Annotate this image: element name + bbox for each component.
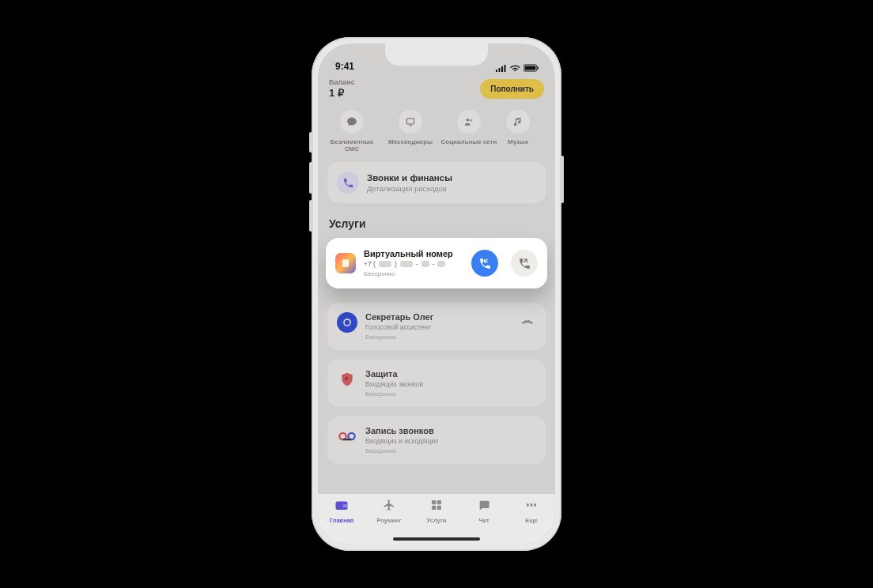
quick-categories: Безлимитные СМС Мессенджеры Социальные с… bbox=[318, 104, 555, 157]
tab-services[interactable]: Услуги bbox=[413, 499, 460, 524]
quick-item-music[interactable]: Музык bbox=[498, 110, 538, 153]
svg-point-11 bbox=[344, 319, 350, 326]
status-time: 9:41 bbox=[335, 61, 354, 72]
balance-header: Баланс 1 ₽ Пополнить bbox=[318, 72, 555, 104]
social-icon bbox=[457, 110, 481, 134]
service-note: Бессрочно bbox=[365, 447, 536, 454]
svg-rect-5 bbox=[525, 66, 536, 70]
svg-point-12 bbox=[339, 433, 346, 439]
service-subtitle: Голосовой ассистент bbox=[365, 323, 536, 331]
svg-rect-20 bbox=[437, 506, 441, 510]
virtual-number-note: Бессрочно bbox=[364, 270, 463, 277]
tab-label: Услуги bbox=[427, 517, 447, 524]
svg-point-13 bbox=[348, 433, 354, 439]
missed-call-icon bbox=[519, 316, 536, 337]
svg-rect-18 bbox=[437, 500, 441, 504]
svg-rect-22 bbox=[531, 503, 533, 507]
letter-o-icon bbox=[337, 312, 357, 333]
svg-rect-2 bbox=[501, 66, 503, 72]
messenger-icon bbox=[399, 110, 422, 134]
phone-frame: 9:41 bbox=[312, 37, 561, 551]
svg-rect-23 bbox=[534, 503, 536, 507]
tab-chat[interactable]: Чат bbox=[460, 499, 508, 524]
shield-icon bbox=[337, 369, 357, 390]
calls-finance-card[interactable]: Звонки и финансы Детализация расходов bbox=[327, 162, 546, 203]
service-title: Защита bbox=[365, 369, 536, 379]
music-icon bbox=[506, 110, 530, 134]
tab-roaming[interactable]: Роуминг bbox=[365, 499, 413, 524]
svg-rect-7 bbox=[406, 119, 414, 124]
services-section-title: Услуги bbox=[329, 217, 544, 230]
plane-icon bbox=[382, 499, 396, 514]
service-subtitle: Входящих и исходящих bbox=[365, 437, 536, 445]
more-icon bbox=[524, 499, 539, 514]
voicemail-icon bbox=[337, 426, 357, 447]
balance-value: 1 ₽ bbox=[329, 87, 355, 99]
service-card-secretary[interactable]: Секретарь Олег Голосовой ассистент Бесср… bbox=[327, 303, 546, 350]
svg-rect-16 bbox=[343, 504, 348, 507]
service-title: Секретарь Олег bbox=[365, 312, 536, 322]
tab-home[interactable]: Главная bbox=[318, 499, 365, 524]
tab-label: Роуминг bbox=[376, 517, 401, 524]
finance-subtitle: Детализация расходов bbox=[367, 184, 452, 193]
virtual-number-card[interactable]: Виртуальный номер +7 () -- Бессрочно bbox=[326, 238, 547, 288]
service-card-protection[interactable]: Защита Входящих звонков Бессрочно bbox=[327, 360, 546, 407]
notch bbox=[385, 43, 488, 66]
finance-title: Звонки и финансы bbox=[367, 173, 452, 183]
svg-rect-19 bbox=[432, 506, 436, 510]
service-note: Бессрочно bbox=[365, 334, 536, 341]
wallet-icon bbox=[334, 499, 349, 514]
virtual-number-title: Виртуальный номер bbox=[364, 249, 463, 258]
service-card-recording[interactable]: Запись звонков Входящих и исходящих Бесс… bbox=[327, 416, 546, 464]
battery-icon bbox=[523, 64, 539, 72]
svg-rect-21 bbox=[527, 503, 529, 507]
svg-point-8 bbox=[467, 119, 470, 122]
quick-label: Мессенджеры bbox=[388, 138, 433, 145]
virtual-number-value: +7 () -- bbox=[364, 260, 463, 268]
quick-label: Социальные сети bbox=[441, 138, 497, 145]
svg-rect-0 bbox=[496, 70, 497, 72]
service-note: Бессрочно bbox=[365, 390, 536, 398]
cellular-icon bbox=[496, 64, 507, 72]
sim-card-icon bbox=[335, 253, 356, 273]
incoming-call-button[interactable] bbox=[471, 250, 498, 277]
outgoing-call-button[interactable] bbox=[511, 250, 538, 277]
service-subtitle: Входящих звонков bbox=[365, 380, 536, 388]
chat-bubble-icon bbox=[340, 110, 364, 134]
grid-icon bbox=[429, 499, 444, 514]
quick-label: Безлимитные СМС bbox=[323, 138, 381, 153]
svg-rect-6 bbox=[538, 67, 539, 70]
topup-button[interactable]: Пополнить bbox=[480, 79, 544, 99]
tab-label: Чат bbox=[478, 517, 489, 524]
svg-rect-17 bbox=[432, 500, 436, 504]
svg-point-9 bbox=[470, 119, 472, 122]
tab-label: Еще bbox=[525, 517, 538, 524]
svg-rect-1 bbox=[499, 68, 501, 72]
balance-label: Баланс bbox=[329, 78, 355, 86]
tab-label: Главная bbox=[330, 517, 354, 524]
svg-rect-10 bbox=[342, 260, 349, 267]
wifi-icon bbox=[510, 64, 520, 72]
chat-icon bbox=[477, 499, 491, 514]
quick-item-messengers[interactable]: Мессенджеры bbox=[381, 110, 440, 153]
home-indicator bbox=[393, 537, 480, 541]
phone-ruble-icon bbox=[337, 172, 359, 194]
quick-item-social[interactable]: Социальные сети bbox=[440, 110, 498, 153]
tab-more[interactable]: Еще bbox=[508, 499, 555, 524]
quick-label: Музык bbox=[508, 138, 528, 145]
quick-item-sms[interactable]: Безлимитные СМС bbox=[323, 110, 381, 153]
svg-rect-3 bbox=[505, 65, 506, 72]
service-title: Запись звонков bbox=[365, 426, 536, 435]
